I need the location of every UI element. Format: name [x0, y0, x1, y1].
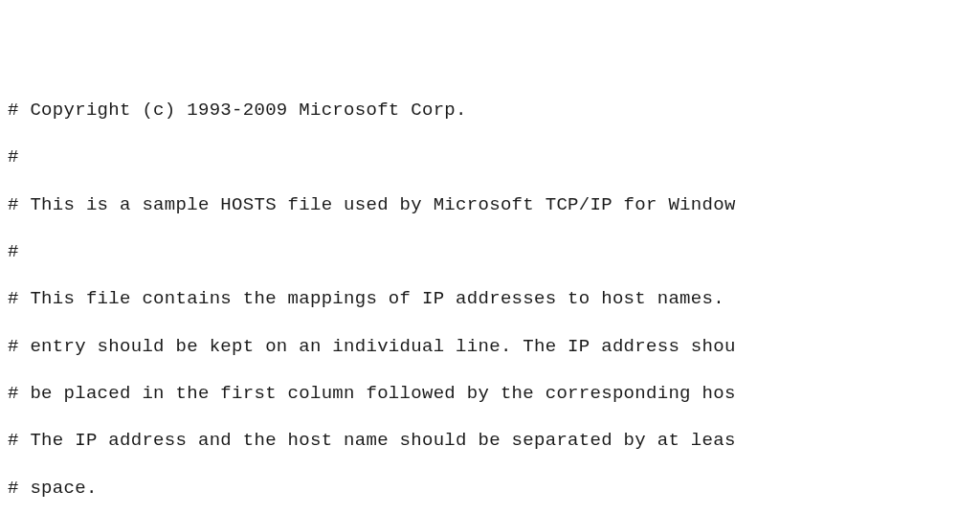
hosts-line-1: #	[8, 145, 980, 169]
hosts-line-3: #	[8, 240, 980, 264]
hosts-line-8: # space.	[8, 477, 980, 501]
hosts-line-5: # entry should be kept on an individual …	[8, 335, 980, 359]
hosts-line-4: # This file contains the mappings of IP …	[8, 287, 980, 311]
hosts-line-0: # Copyright (c) 1993-2009 Microsoft Corp…	[8, 99, 980, 123]
hosts-line-6: # be placed in the first column followed…	[8, 382, 980, 406]
hosts-line-7: # The IP address and the host name shoul…	[8, 429, 980, 453]
hosts-line-2: # This is a sample HOSTS file used by Mi…	[8, 193, 980, 217]
